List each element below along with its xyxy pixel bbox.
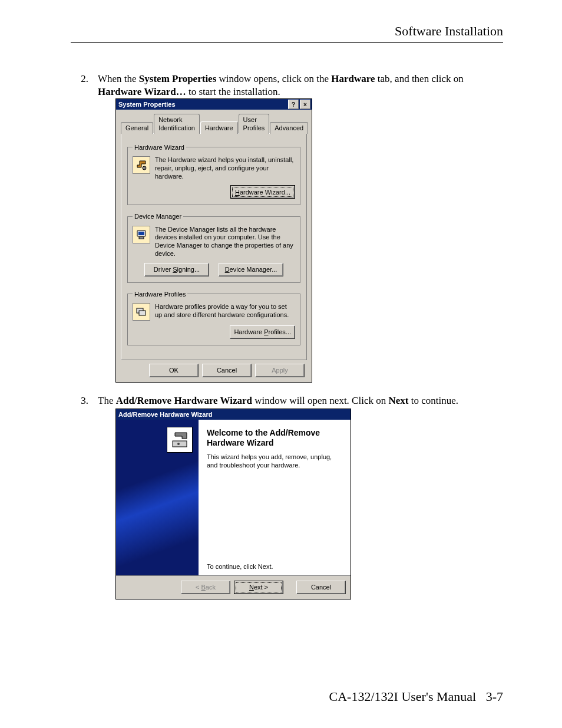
- svg-rect-6: [139, 311, 146, 315]
- apply-button: Apply: [255, 364, 305, 377]
- svg-rect-3: [138, 232, 144, 235]
- tab-general[interactable]: General: [121, 122, 153, 133]
- tab-panel-hardware: Hardware Wizard The Hardware wizard help…: [121, 133, 307, 360]
- tab-user-profiles[interactable]: User Profiles: [239, 114, 270, 134]
- ok-button[interactable]: OK: [149, 364, 199, 377]
- tab-hardware[interactable]: Hardware: [200, 121, 238, 133]
- step-number: 2.: [71, 73, 98, 383]
- dialog-title: System Properties: [118, 100, 287, 108]
- step-body: The Add/Remove Hardware Wizard window wi…: [98, 394, 503, 599]
- instruction-step-2: 2. When the System Properties window ope…: [71, 73, 503, 383]
- step-number: 3.: [71, 394, 98, 599]
- back-button: < Back: [181, 581, 230, 594]
- wizard-sidebar-graphic: [116, 420, 199, 575]
- svg-rect-4: [139, 237, 144, 239]
- svg-marker-8: [175, 433, 187, 439]
- svg-point-1: [143, 166, 146, 170]
- wizard-icon: [167, 427, 193, 453]
- dialog-title: Add/Remove Hardware Wizard: [118, 410, 349, 419]
- group-device-manager: Device Manager The Device Manager lists …: [127, 212, 300, 282]
- wizard-continue-hint: To continue, click Next.: [207, 562, 342, 571]
- titlebar[interactable]: Add/Remove Hardware Wizard: [116, 409, 351, 420]
- hardware-profiles-icon: [133, 303, 150, 321]
- next-button[interactable]: Next >: [234, 581, 283, 594]
- wizard-heading: Welcome to the Add/Remove Hardware Wizar…: [207, 428, 342, 448]
- titlebar[interactable]: System Properties ? ×: [116, 99, 312, 110]
- tab-strip: General Network Identification Hardware …: [121, 113, 307, 133]
- tab-advanced[interactable]: Advanced: [270, 122, 308, 133]
- system-properties-dialog: System Properties ? × General Network Id…: [115, 98, 312, 383]
- svg-point-9: [177, 443, 180, 445]
- driver-signing-button[interactable]: Driver Signing...: [144, 263, 209, 276]
- group-text: The Device Manager lists all the hardwar…: [155, 226, 295, 258]
- cancel-button[interactable]: Cancel: [202, 364, 252, 377]
- page-footer: CA-132/132I User's Manual 3-7: [329, 689, 503, 704]
- group-text: Hardware profiles provide a way for you …: [155, 303, 295, 321]
- add-remove-hardware-wizard-dialog: Add/Remove Hardware Wizard Welcome to th…: [115, 409, 351, 599]
- device-manager-icon: [133, 226, 150, 243]
- help-icon[interactable]: ?: [288, 100, 299, 109]
- hardware-profiles-button[interactable]: Hardware Profiles...: [230, 325, 295, 339]
- hardware-wizard-button[interactable]: Hardware Wizard...: [230, 185, 295, 199]
- wizard-description: This wizard helps you add, remove, unplu…: [207, 453, 342, 470]
- cancel-button[interactable]: Cancel: [296, 581, 346, 594]
- group-text: The Hardware wizard helps you install, u…: [155, 156, 295, 180]
- group-legend: Hardware Wizard: [133, 143, 186, 151]
- hardware-wizard-icon: [133, 156, 150, 174]
- step-body: When the System Properties window opens,…: [98, 73, 503, 383]
- page-header: Software Installation: [71, 24, 503, 43]
- group-hardware-wizard: Hardware Wizard The Hardware wizard help…: [127, 143, 300, 206]
- group-legend: Hardware Profiles: [133, 290, 187, 298]
- device-manager-button[interactable]: Device Manager...: [219, 263, 283, 276]
- instruction-step-3: 3. The Add/Remove Hardware Wizard window…: [71, 394, 503, 599]
- group-hardware-profiles: Hardware Profiles Hardware profiles prov…: [127, 290, 300, 345]
- tab-network-identification[interactable]: Network Identification: [154, 114, 200, 134]
- group-legend: Device Manager: [133, 212, 183, 220]
- close-icon[interactable]: ×: [300, 100, 310, 109]
